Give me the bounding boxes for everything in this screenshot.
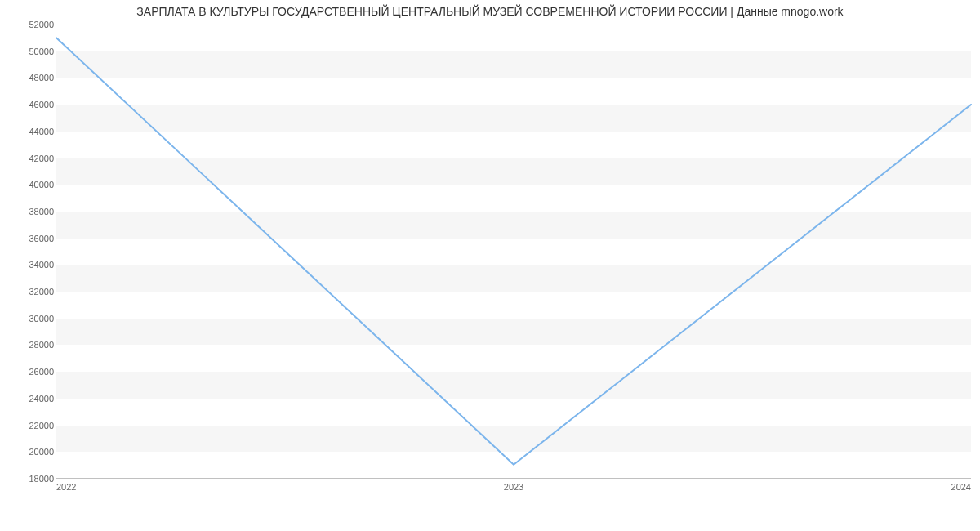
y-tick-label: 22000 xyxy=(5,421,54,431)
y-tick-label: 28000 xyxy=(5,340,54,350)
x-tick-label: 2023 xyxy=(504,482,523,492)
y-tick-label: 20000 xyxy=(5,447,54,457)
y-tick-label: 44000 xyxy=(5,127,54,136)
y-tick-label: 34000 xyxy=(5,260,54,270)
y-tick-label: 42000 xyxy=(5,154,54,163)
chart-container: ЗАРПЛАТА В КУЛЬТУРЫ ГОСУДАРСТВЕННЫЙ ЦЕНТ… xyxy=(0,0,980,531)
y-tick-label: 46000 xyxy=(5,100,54,109)
y-tick-label: 26000 xyxy=(5,367,54,377)
y-tick-label: 40000 xyxy=(5,180,54,190)
y-tick-label: 38000 xyxy=(5,207,54,216)
plot-area xyxy=(56,25,971,479)
y-tick-label: 50000 xyxy=(5,47,54,56)
grid-line-vertical xyxy=(514,25,514,478)
x-tick-label: 2022 xyxy=(56,482,76,492)
y-tick-label: 52000 xyxy=(5,20,54,29)
y-tick-label: 18000 xyxy=(5,474,54,484)
y-tick-label: 36000 xyxy=(5,234,54,243)
y-tick-label: 48000 xyxy=(5,73,54,83)
y-tick-label: 24000 xyxy=(5,394,54,404)
chart-title: ЗАРПЛАТА В КУЛЬТУРЫ ГОСУДАРСТВЕННЫЙ ЦЕНТ… xyxy=(0,5,980,18)
y-tick-label: 32000 xyxy=(5,287,54,297)
y-tick-label: 30000 xyxy=(5,314,54,324)
x-tick-label: 2024 xyxy=(951,482,971,492)
